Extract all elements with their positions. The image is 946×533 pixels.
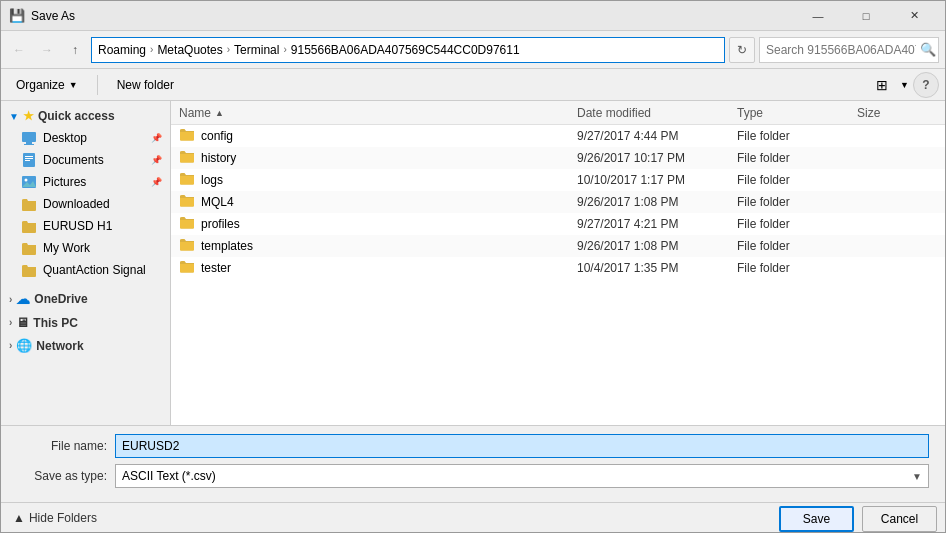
this-pc-chevron-icon: › [9, 317, 12, 328]
desktop-label: Desktop [43, 131, 87, 145]
sidebar-item-downloaded[interactable]: Downloaded [1, 193, 170, 215]
sidebar-item-pictures[interactable]: Pictures 📌 [1, 171, 170, 193]
file-date-cell: 9/26/2017 10:17 PM [577, 151, 737, 165]
onedrive-icon: ☁ [16, 291, 30, 307]
file-name-text: MQL4 [201, 195, 234, 209]
table-row[interactable]: logs 10/10/2017 1:17 PM File folder [171, 169, 945, 191]
network-icon: 🌐 [16, 338, 32, 353]
svg-rect-1 [26, 142, 32, 144]
close-button[interactable]: ✕ [891, 1, 937, 31]
dialog-title: Save As [31, 9, 75, 23]
cancel-button[interactable]: Cancel [862, 506, 937, 532]
file-name-text: profiles [201, 217, 240, 231]
folder-icon [179, 237, 195, 254]
new-folder-button[interactable]: New folder [108, 72, 183, 98]
desktop-pin-icon: 📌 [151, 133, 162, 143]
documents-pin-icon: 📌 [151, 155, 162, 165]
title-bar: 💾 Save As — □ ✕ [1, 1, 945, 31]
organize-button[interactable]: Organize ▼ [7, 72, 87, 98]
file-name-text: config [201, 129, 233, 143]
svg-rect-5 [25, 158, 33, 159]
this-pc-icon: 🖥 [16, 315, 29, 330]
file-name-cell: profiles [179, 215, 577, 232]
save-button[interactable]: Save [779, 506, 854, 532]
folder-icon [179, 171, 195, 188]
onedrive-chevron-icon: › [9, 294, 12, 305]
filetype-select[interactable]: ASCII Text (*.csv) ▼ [115, 464, 929, 488]
minimize-button[interactable]: — [795, 1, 841, 31]
column-header-date[interactable]: Date modified [577, 106, 737, 120]
bottom-area: File name: Save as type: ASCII Text (*.c… [1, 425, 945, 502]
file-name-text: tester [201, 261, 231, 275]
table-row[interactable]: MQL4 9/26/2017 1:08 PM File folder [171, 191, 945, 213]
hide-folders-button[interactable]: ▲ Hide Folders [9, 509, 101, 527]
file-date-cell: 9/27/2017 4:21 PM [577, 217, 737, 231]
sidebar-item-quantaction-signal[interactable]: QuantAction Signal [1, 259, 170, 281]
address-bar: ← → ↑ Roaming › MetaQuotes › Terminal › … [1, 31, 945, 69]
back-button[interactable]: ← [7, 38, 31, 62]
folder-icon [179, 193, 195, 210]
sidebar-item-documents[interactable]: Documents 📌 [1, 149, 170, 171]
column-header-name[interactable]: Name ▲ [179, 106, 577, 120]
sidebar-section-this-pc[interactable]: › 🖥 This PC [1, 311, 170, 334]
table-row[interactable]: tester 10/4/2017 1:35 PM File folder [171, 257, 945, 279]
pictures-pin-icon: 📌 [151, 177, 162, 187]
eurusd-label: EURUSD H1 [43, 219, 112, 233]
table-row[interactable]: profiles 9/27/2017 4:21 PM File folder [171, 213, 945, 235]
filetype-value: ASCII Text (*.csv) [122, 469, 912, 483]
bottom-bar: ▲ Hide Folders Save Cancel [1, 502, 945, 532]
quantaction-label: QuantAction Signal [43, 263, 146, 277]
filename-input[interactable] [115, 434, 929, 458]
column-header-type[interactable]: Type [737, 106, 857, 120]
file-name-text: history [201, 151, 236, 165]
help-button[interactable]: ? [913, 72, 939, 98]
refresh-button[interactable]: ↻ [729, 37, 755, 63]
folder-icon [179, 215, 195, 232]
toolbar-separator [97, 75, 98, 95]
sort-arrow-icon: ▲ [215, 108, 224, 118]
file-type-cell: File folder [737, 217, 857, 231]
sidebar-item-my-work[interactable]: My Work [1, 237, 170, 259]
file-name-cell: history [179, 149, 577, 166]
filetype-label: Save as type: [17, 469, 107, 483]
toolbar-right: ⊞ ▼ ? [868, 72, 939, 98]
view-button[interactable]: ⊞ [868, 72, 896, 98]
my-work-folder-icon [21, 240, 37, 256]
path-segment-roaming: Roaming [98, 43, 146, 57]
path-segment-metaquotes: MetaQuotes [157, 43, 222, 57]
this-pc-label: This PC [33, 316, 78, 330]
forward-button[interactable]: → [35, 38, 59, 62]
file-type-cell: File folder [737, 261, 857, 275]
window-controls: — □ ✕ [795, 1, 937, 31]
sidebar-section-network[interactable]: › 🌐 Network [1, 334, 170, 357]
downloaded-folder-icon [21, 196, 37, 212]
filename-label: File name: [17, 439, 107, 453]
svg-rect-2 [24, 144, 34, 145]
svg-point-8 [25, 179, 28, 182]
view-dropdown-icon[interactable]: ▼ [900, 80, 909, 90]
file-date-cell: 9/26/2017 1:08 PM [577, 195, 737, 209]
sidebar-section-onedrive[interactable]: › ☁ OneDrive [1, 287, 170, 311]
search-input[interactable] [766, 43, 916, 57]
file-rows-container: config 9/27/2017 4:44 PM File folder his… [171, 125, 945, 279]
up-button[interactable]: ↑ [63, 38, 87, 62]
file-date-cell: 10/4/2017 1:35 PM [577, 261, 737, 275]
table-row[interactable]: config 9/27/2017 4:44 PM File folder [171, 125, 945, 147]
filetype-row: Save as type: ASCII Text (*.csv) ▼ [17, 464, 929, 488]
file-type-cell: File folder [737, 195, 857, 209]
folder-icon [179, 127, 195, 144]
maximize-button[interactable]: □ [843, 1, 889, 31]
file-name-cell: templates [179, 237, 577, 254]
svg-rect-4 [25, 156, 33, 157]
column-header-size[interactable]: Size [857, 106, 937, 120]
app-icon: 💾 [9, 8, 25, 24]
sidebar-item-desktop[interactable]: Desktop 📌 [1, 127, 170, 149]
search-box[interactable]: 🔍 [759, 37, 939, 63]
address-path[interactable]: Roaming › MetaQuotes › Terminal › 915566… [91, 37, 725, 63]
sidebar-section-quick-access[interactable]: ▼ ★ Quick access [1, 105, 170, 127]
svg-rect-0 [22, 132, 36, 142]
hide-folders-label: Hide Folders [29, 511, 97, 525]
table-row[interactable]: templates 9/26/2017 1:08 PM File folder [171, 235, 945, 257]
sidebar-item-eurusd-h1[interactable]: EURUSD H1 [1, 215, 170, 237]
table-row[interactable]: history 9/26/2017 10:17 PM File folder [171, 147, 945, 169]
